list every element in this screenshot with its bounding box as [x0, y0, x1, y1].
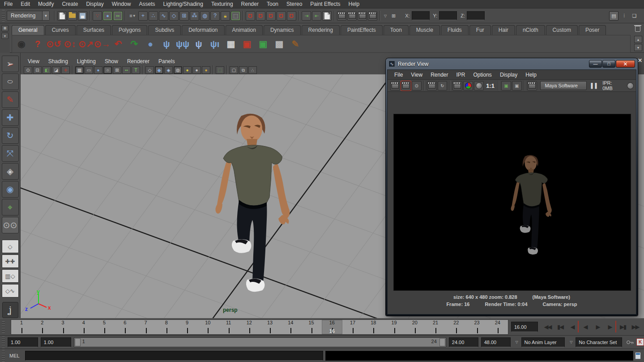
timeline-frame-cell[interactable]: 21 — [425, 320, 446, 334]
snap-to-grids-icon[interactable]: Ω — [246, 11, 255, 21]
cluster-deformer-icon-2[interactable]: ψψ — [176, 37, 189, 51]
plugin-display-icon[interactable]: ∴ — [248, 66, 257, 74]
timeline-frame-cell[interactable]: 23 — [467, 320, 487, 334]
select-camera-icon[interactable]: ⊙ — [24, 66, 32, 74]
connection-editor-icon[interactable]: ▣ — [240, 37, 254, 51]
character-set-field[interactable]: No Character Set — [576, 337, 622, 347]
timeline-frame-cell[interactable]: 20 — [405, 320, 425, 334]
layout-single-pane-button[interactable]: ◇ — [2, 240, 19, 253]
rendered-image[interactable] — [393, 114, 631, 291]
shelf-tab[interactable]: Deformation — [182, 25, 224, 35]
command-language-label[interactable]: MEL — [9, 353, 20, 358]
attribute-editor-icon[interactable]: ▤ — [609, 11, 618, 21]
main-menu-item[interactable]: Edit — [17, 0, 34, 9]
group-separator[interactable] — [54, 11, 55, 21]
render-view-menu-item[interactable]: Help — [521, 72, 541, 78]
shelf-tab[interactable]: PaintEffects — [341, 25, 383, 35]
gate-mask-icon[interactable]: ○ — [103, 66, 112, 74]
timeline-frame-cell[interactable]: 15 — [301, 320, 322, 334]
camera-dolly-icon[interactable]: ⊙↗ — [79, 37, 93, 51]
soft-modification-tool[interactable]: ◉ — [2, 181, 19, 198]
main-menu-item[interactable]: Window — [108, 0, 135, 9]
main-menu-item[interactable]: Modify — [34, 0, 58, 9]
shelf-tab-menu-icon[interactable]: ▦ — [1, 25, 9, 31]
field-chart-icon[interactable]: ⊠ — [113, 66, 121, 74]
current-time-field[interactable]: 16.00 — [511, 322, 538, 332]
camera-tumble-icon[interactable]: ⊙↺ — [47, 37, 60, 51]
timeline-frame-cell[interactable]: 22 — [446, 320, 466, 334]
timeline-frame-cell[interactable]: 14 — [280, 320, 301, 334]
delete-unused-icon[interactable]: ● — [144, 37, 157, 51]
xray-joints-icon[interactable]: ⧉ — [239, 66, 247, 74]
main-menu-item[interactable]: Paint Effects — [306, 0, 344, 9]
group-separator[interactable] — [125, 11, 126, 21]
range-grip[interactable] — [2, 336, 5, 348]
main-menu-item[interactable]: Lighting/Shading — [159, 0, 207, 9]
select-by-hierarchy-icon[interactable]: ∵ — [93, 11, 102, 21]
refresh-ipr-icon[interactable]: ↻ — [438, 81, 448, 90]
open-render-settings-icon[interactable] — [527, 81, 537, 90]
timeline-frame-cell[interactable]: 12 — [239, 320, 260, 334]
z-input[interactable] — [467, 11, 485, 20]
new-scene-icon[interactable] — [57, 11, 67, 21]
script-editor-icon[interactable] — [635, 352, 641, 359]
cluster-deformer-icon-4[interactable]: ψı — [208, 37, 222, 51]
paint-selection-tool[interactable]: ✎ — [2, 91, 19, 108]
dynamics-mask-icon[interactable]: ⁂ — [190, 11, 199, 21]
xray-icon[interactable]: ▢ — [230, 66, 238, 74]
lock-selection-icon[interactable]: 🔒︎ — [221, 11, 230, 21]
panel-menu-item[interactable]: View — [23, 57, 44, 65]
snapshot-icon[interactable]: ⊙ — [412, 81, 422, 90]
timeline-frame-cell[interactable]: 24 — [487, 320, 508, 334]
timeline-frame-cell[interactable]: 6 — [115, 320, 135, 334]
panel-menu-item[interactable]: Panels — [154, 57, 179, 65]
timeline-frame-cell[interactable]: 19 — [384, 320, 405, 334]
main-menu-item[interactable]: Texturing — [207, 0, 237, 9]
timeline-frame-cell[interactable]: 2 — [32, 320, 52, 334]
render-view-menu-item[interactable]: Display — [496, 72, 521, 78]
render-icon[interactable] — [390, 81, 400, 90]
timeline-frame-cell[interactable]: 18 — [363, 320, 384, 334]
curve-mask-icon[interactable]: ∿ — [159, 11, 168, 21]
anim-layer-dropdown-icon[interactable]: ▽ — [513, 338, 520, 346]
hypergraph-icon[interactable]: ▦ — [224, 37, 238, 51]
maya-logo[interactable]: ʝ — [2, 302, 18, 318]
move-tool[interactable]: ✚ — [2, 109, 19, 126]
shelf-tab[interactable]: Fluids — [441, 25, 469, 35]
timeline-frame-cell[interactable]: 4 — [73, 320, 94, 334]
group-separator[interactable] — [299, 11, 299, 21]
shelf-tab[interactable]: Toon — [384, 25, 409, 35]
selection-mask-dropdown-icon[interactable]: ≡▼ — [128, 11, 137, 21]
group-separator[interactable] — [142, 65, 143, 75]
resolution-gate-icon[interactable]: ● — [94, 66, 102, 74]
command-result-field[interactable] — [325, 351, 633, 361]
surface-mask-icon[interactable]: ◇ — [169, 11, 179, 21]
timeline-frame-cell[interactable]: 9 — [177, 320, 197, 334]
panel-menu-item[interactable]: Renderer — [123, 57, 154, 65]
select-by-name-icon[interactable]: ⊞ — [389, 11, 398, 21]
timeline-grip[interactable] — [2, 321, 5, 333]
smooth-shade-icon[interactable]: ◆ — [155, 66, 163, 74]
shelf-tab[interactable]: General — [12, 25, 44, 35]
grid-icon[interactable]: ▦ — [75, 66, 84, 74]
redo-icon[interactable]: ↷ — [128, 37, 141, 51]
render-view-menu-item[interactable]: File — [390, 72, 407, 78]
panel-menu-item[interactable]: Show — [100, 57, 123, 65]
pause-ipr-icon[interactable]: ▌▌ — [591, 83, 599, 88]
textured-icon[interactable]: ◍ — [174, 66, 182, 74]
render-view-menu-item[interactable]: Render — [426, 72, 452, 78]
keep-image-icon[interactable]: ▣ — [501, 81, 511, 90]
main-menu-item[interactable]: Render — [237, 0, 263, 9]
panel-menu-item[interactable]: Lighting — [73, 57, 100, 65]
shelf-scroll-up-icon[interactable]: ▲ — [634, 36, 642, 43]
step-forward-frame-button[interactable]: ▶ — [604, 321, 616, 332]
rendering-mask-icon[interactable]: ◍ — [200, 11, 209, 21]
rgb-channels-icon[interactable] — [463, 81, 473, 90]
group-separator[interactable] — [380, 11, 380, 21]
make-live-icon[interactable]: Ω — [287, 11, 296, 21]
group-separator[interactable] — [243, 11, 243, 21]
shelf-tab[interactable]: Fur — [469, 25, 491, 35]
shelf-tab[interactable]: Surfaces — [77, 25, 111, 35]
panel-close-icon[interactable]: ✕ — [638, 57, 642, 64]
shelf-tab[interactable]: Polygons — [112, 25, 147, 35]
